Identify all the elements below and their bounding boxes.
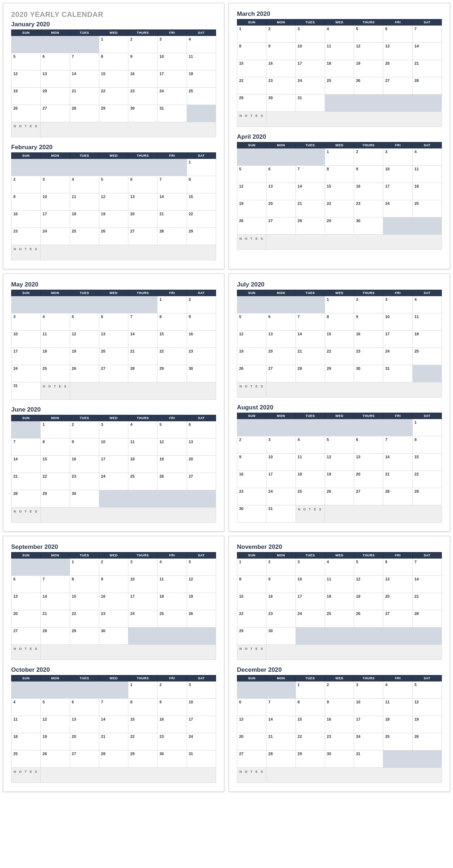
- calendar-day-cell: 15: [325, 183, 354, 200]
- calendar-pad-cell: [99, 296, 128, 313]
- calendar-day-cell: 8: [325, 166, 354, 183]
- calendar-day-cell: 26: [237, 365, 266, 382]
- calendar-pad-cell: [237, 296, 266, 313]
- calendar-day-cell: 9: [266, 43, 296, 60]
- day-header: SAT: [187, 290, 216, 296]
- calendar-day-cell: 8: [412, 436, 441, 454]
- calendar-day-cell: 1: [412, 419, 441, 436]
- calendar-day-cell: 15: [187, 193, 216, 211]
- calendar-day-cell: 2: [99, 559, 128, 576]
- calendar-day-cell: 1: [187, 159, 216, 176]
- calendar-day-cell: 9: [128, 53, 157, 70]
- month-title: July 2020: [237, 281, 442, 288]
- day-header: TUES: [296, 552, 325, 559]
- calendar-day-cell: 23: [266, 610, 296, 628]
- calendar-day-cell: 7: [70, 53, 99, 70]
- day-header: MON: [266, 675, 296, 681]
- calendar-day-cell: 25: [41, 365, 70, 382]
- calendar-table: SUNMONTUESWEDTHURSFRISAT1234567891011121…: [11, 29, 216, 137]
- day-header: THURS: [354, 413, 383, 419]
- calendar-day-cell: 3: [157, 36, 187, 53]
- month-block: October 2020SUNMONTUESWEDTHURSFRISAT1234…: [11, 666, 216, 783]
- month-title: October 2020: [11, 666, 216, 674]
- day-header: THURS: [354, 675, 383, 681]
- calendar-day-cell: 17: [157, 70, 187, 88]
- calendar-day-cell: 9: [70, 438, 99, 456]
- day-header: MON: [266, 142, 296, 148]
- calendar-pad-cell: [383, 217, 412, 235]
- calendar-day-cell: 7: [412, 559, 441, 576]
- calendar-day-cell: 5: [70, 313, 99, 331]
- calendar-day-cell: 12: [157, 438, 187, 456]
- calendar-day-cell: 16: [266, 593, 296, 610]
- calendar-page: May 2020SUNMONTUESWEDTHURSFRISAT12345678…: [3, 274, 224, 532]
- calendar-day-cell: 26: [12, 105, 41, 122]
- calendar-day-cell: 5: [412, 681, 441, 699]
- calendar-day-cell: 3: [383, 148, 412, 166]
- calendar-day-cell: 24: [296, 77, 325, 95]
- calendar-pad-cell: [12, 159, 41, 176]
- calendar-day-cell: 23: [187, 348, 216, 365]
- month-title: December 2020: [237, 666, 442, 674]
- calendar-day-cell: 10: [296, 576, 325, 593]
- month-title: April 2020: [237, 133, 442, 141]
- calendar-day-cell: 15: [128, 716, 157, 733]
- calendar-day-cell: 19: [237, 348, 266, 365]
- calendar-pad-cell: [237, 419, 266, 436]
- calendar-pad-cell: [12, 681, 41, 699]
- calendar-pad-cell: [128, 296, 157, 313]
- calendar-table: SUNMONTUESWEDTHURSFRISAT1234567891011121…: [11, 552, 216, 660]
- calendar-day-cell: 2: [266, 26, 296, 43]
- calendar-day-cell: 21: [383, 471, 412, 488]
- calendar-day-cell: 18: [157, 593, 187, 610]
- day-header: WED: [325, 413, 354, 419]
- calendar-day-cell: 26: [187, 610, 216, 628]
- day-header: THURS: [354, 142, 383, 148]
- calendar-pad-cell: [383, 95, 412, 112]
- calendar-day-cell: 28: [157, 228, 187, 245]
- calendar-day-cell: 29: [325, 365, 354, 382]
- calendar-day-cell: 19: [187, 593, 216, 610]
- calendar-day-cell: 20: [187, 456, 216, 473]
- calendar-day-cell: 26: [412, 733, 441, 750]
- day-header: TUES: [70, 675, 99, 681]
- calendar-day-cell: 23: [70, 473, 99, 490]
- calendar-day-cell: 12: [354, 43, 383, 60]
- calendar-day-cell: 25: [296, 488, 325, 505]
- calendar-day-cell: 12: [99, 193, 128, 211]
- calendar-pad-cell: [41, 681, 70, 699]
- calendar-day-cell: 14: [412, 43, 441, 60]
- calendar-day-cell: 15: [296, 716, 325, 733]
- calendar-day-cell: 8: [157, 313, 187, 331]
- calendar-pad-cell: [70, 681, 99, 699]
- calendar-day-cell: 19: [237, 200, 266, 217]
- calendar-day-cell: 12: [354, 576, 383, 593]
- notes-label: N O T E S: [12, 645, 41, 660]
- calendar-day-cell: 17: [383, 183, 412, 200]
- calendar-day-cell: 2: [237, 436, 266, 454]
- calendar-day-cell: 16: [99, 593, 128, 610]
- calendar-day-cell: 29: [237, 95, 266, 112]
- calendar-pad-cell: [296, 148, 325, 166]
- calendar-pad-cell: [99, 490, 128, 508]
- calendar-day-cell: 17: [99, 456, 128, 473]
- calendar-pad-cell: [41, 559, 70, 576]
- calendar-day-cell: 25: [383, 733, 412, 750]
- calendar-page: September 2020SUNMONTUESWEDTHURSFRISAT12…: [3, 536, 224, 792]
- calendar-day-cell: 29: [237, 628, 266, 645]
- calendar-day-cell: 6: [12, 576, 41, 593]
- calendar-day-cell: 20: [266, 200, 296, 217]
- calendar-pad-cell: [354, 95, 383, 112]
- day-header: SAT: [412, 552, 441, 559]
- day-header: FRI: [157, 675, 187, 681]
- day-header: FRI: [157, 290, 187, 296]
- calendar-day-cell: 12: [412, 699, 441, 716]
- calendar-day-cell: 20: [354, 471, 383, 488]
- calendar-day-cell: 4: [296, 436, 325, 454]
- calendar-day-cell: 4: [12, 699, 41, 716]
- calendar-day-cell: 5: [354, 26, 383, 43]
- calendar-day-cell: 3: [266, 436, 296, 454]
- calendar-day-cell: 14: [266, 716, 296, 733]
- calendar-day-cell: 14: [383, 454, 412, 471]
- calendar-day-cell: 14: [157, 193, 187, 211]
